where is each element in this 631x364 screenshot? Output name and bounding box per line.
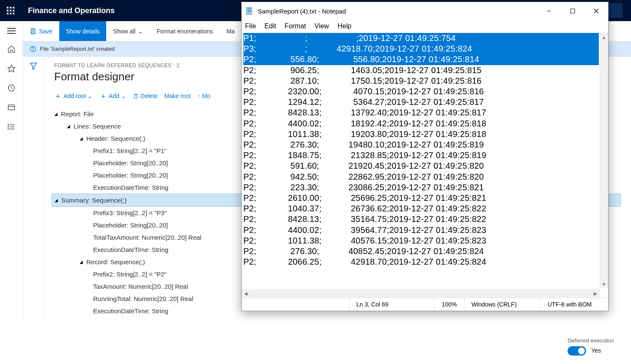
trash-icon (133, 93, 139, 99)
clock-icon[interactable] (7, 84, 16, 92)
editor-line: P2; 556.80; 556.80;2019-12-27 01:49:25:8… (243, 54, 599, 65)
caret-icon: ◢ (80, 260, 84, 264)
editor-line: P2; 4400.02; 18192.42;2019-12-27 01:49:2… (243, 118, 599, 129)
svg-rect-18 (247, 8, 252, 15)
editor-line: P2; 8428.13; 13792.40;2019-12-27 01:49:2… (243, 107, 599, 118)
filter-icon[interactable] (29, 62, 38, 70)
save-button[interactable]: Save (23, 21, 59, 41)
editor-line: P2; 276.30; 40852.45;2019-12-27 01:49:25… (243, 246, 599, 257)
editor-line: P2; 1294.12; 5364.27;2019-12-27 01:49:25… (243, 97, 599, 107)
editor-line: P2; 2610.00; 25696.25;2019-12-27 01:49:2… (243, 193, 599, 203)
menu-format[interactable]: Format (284, 22, 306, 30)
notepad-icon (245, 6, 254, 16)
notepad-title: SampleReport (4).txt - Notepad (258, 8, 346, 15)
module-icon[interactable] (7, 103, 16, 112)
show-details-button[interactable]: Show details (59, 21, 106, 41)
editor-line: P2; 276.30; 19480.10;2019-12-27 01:49:25… (243, 140, 599, 150)
move-button[interactable]: ↑ Mo (198, 93, 210, 99)
format-enumerations-button[interactable]: Format enumerations (150, 21, 220, 41)
notepad-editor[interactable]: P1; ; ;2019-12-27 01:49:25:754P3; ; 4291… (242, 33, 608, 298)
mapping-button[interactable]: Ma (220, 21, 241, 41)
close-button[interactable] (584, 2, 608, 20)
app-title: Finance and Operations (28, 6, 115, 15)
scroll-right-icon[interactable]: ▶ (591, 289, 600, 298)
menu-edit[interactable]: Edit (265, 22, 276, 30)
toggle-value: Yes (591, 347, 601, 354)
svg-rect-4 (8, 105, 14, 110)
caret-icon: ◢ (55, 198, 59, 203)
svg-rect-21 (248, 11, 251, 12)
arrow-up-icon: ↑ (198, 93, 201, 99)
editor-line: P2; 8428.13; 35164.75;2019-12-27 01:49:2… (243, 214, 599, 224)
status-line-ending: Windows (CRLF) (464, 298, 540, 311)
editor-line: P1; ; ;2019-12-27 01:49:25:754 (243, 33, 599, 44)
save-icon (30, 28, 36, 35)
svg-rect-13 (32, 31, 34, 33)
home-icon[interactable] (7, 45, 16, 53)
editor-line: P2; 1848.75; 21328.85;2019-12-27 01:49:2… (243, 150, 599, 161)
editor-line: P3; ; 42918.70;2019-12-27 01:49:25:824 (243, 44, 599, 54)
scroll-down-icon[interactable]: ▼ (600, 280, 608, 288)
horizontal-scrollbar[interactable]: ◀ ▶ (242, 289, 600, 298)
editor-line: P2; 1040.37; 26736.62;2019-12-27 01:49:2… (243, 203, 599, 214)
caret-icon: ◢ (67, 124, 71, 129)
star-icon[interactable] (7, 64, 16, 73)
caret-icon: ◢ (54, 112, 58, 116)
menu-help[interactable]: Help (337, 22, 351, 30)
svg-point-11 (8, 129, 8, 129)
notepad-window: SampleReport (4).txt - Notepad File Edit… (241, 2, 609, 311)
svg-point-9 (8, 124, 8, 125)
editor-line: P2; 223.30; 23086.25;2019-12-27 01:49:25… (243, 182, 599, 193)
editor-line: P2; 2320.00; 4070.15;2019-12-27 01:49:25… (243, 86, 599, 97)
add-button[interactable]: ＋Add ⌄ (99, 91, 126, 101)
chevron-down-icon: ⌄ (121, 93, 126, 99)
status-spacer (242, 298, 349, 311)
menu-file[interactable]: File (245, 22, 256, 30)
svg-point-16 (33, 47, 33, 48)
save-label: Save (39, 28, 52, 35)
delete-button[interactable]: Delete (133, 93, 157, 99)
editor-line: P2; 591.60; 21920.45;2019-12-27 01:49:25… (243, 161, 599, 171)
editor-line: P2; 2066.25; 42918.70;2019-12-27 01:49:2… (243, 257, 599, 267)
maximize-button[interactable] (561, 2, 584, 20)
info-icon (30, 46, 36, 52)
make-root-button[interactable]: Make root (164, 93, 190, 99)
notepad-statusbar: Ln 3, Col 69 100% Windows (CRLF) UTF-8 w… (242, 298, 608, 311)
editor-line: P2; 1011.38; 19203.80;2019-12-27 01:49:2… (243, 129, 599, 140)
svg-rect-20 (248, 10, 251, 11)
minimize-button[interactable] (537, 2, 561, 20)
caret-icon: ◢ (80, 136, 84, 141)
svg-rect-23 (570, 9, 575, 13)
scroll-left-icon[interactable]: ◀ (242, 289, 250, 298)
notepad-menu: File Edit Format View Help (242, 20, 608, 33)
show-all-label: Show all (113, 28, 135, 35)
svg-marker-2 (8, 65, 15, 72)
chevron-down-icon: ⌄ (88, 93, 93, 99)
svg-rect-19 (248, 8, 251, 9)
show-all-button[interactable]: Show all ⌄ (106, 21, 150, 41)
list-icon[interactable] (7, 123, 16, 131)
svg-point-10 (8, 126, 8, 127)
editor-line: P2; 287.10; 1750.15;2019-12-27 01:49:25:… (243, 76, 599, 86)
mapping-label: Ma (226, 28, 234, 35)
editor-line: P2; 4400.02; 39564.77;2019-12-27 01:49:2… (243, 225, 599, 235)
filter-column (23, 57, 44, 323)
menu-view[interactable]: View (314, 22, 329, 30)
property-deferred-execution: Deferred execution Yes (568, 337, 614, 356)
deferred-execution-toggle[interactable] (568, 346, 586, 356)
scroll-up-icon[interactable]: ▲ (600, 33, 608, 41)
menu-icon[interactable] (7, 28, 16, 34)
vertical-scrollbar[interactable]: ▲ ▼ (600, 33, 608, 288)
status-zoom: 100% (434, 298, 464, 311)
add-root-button[interactable]: ＋Add root ⌄ (54, 91, 93, 101)
editor-line: P2; 906.25; 1463.05;2019-12-27 01:49:25:… (243, 65, 599, 76)
format-enum-label: Format enumerations (157, 28, 213, 35)
notepad-titlebar[interactable]: SampleReport (4).txt - Notepad (242, 2, 608, 20)
svg-rect-12 (32, 29, 34, 30)
chevron-down-icon: ⌄ (138, 28, 143, 35)
status-encoding: UTF-8 with BOM (540, 298, 608, 311)
app-launcher-icon[interactable] (0, 0, 21, 21)
status-position: Ln 3, Col 69 (349, 298, 434, 311)
editor-line: P2; 942.50; 22862.95;2019-12-27 01:49:25… (243, 172, 599, 182)
left-rail (0, 21, 23, 323)
